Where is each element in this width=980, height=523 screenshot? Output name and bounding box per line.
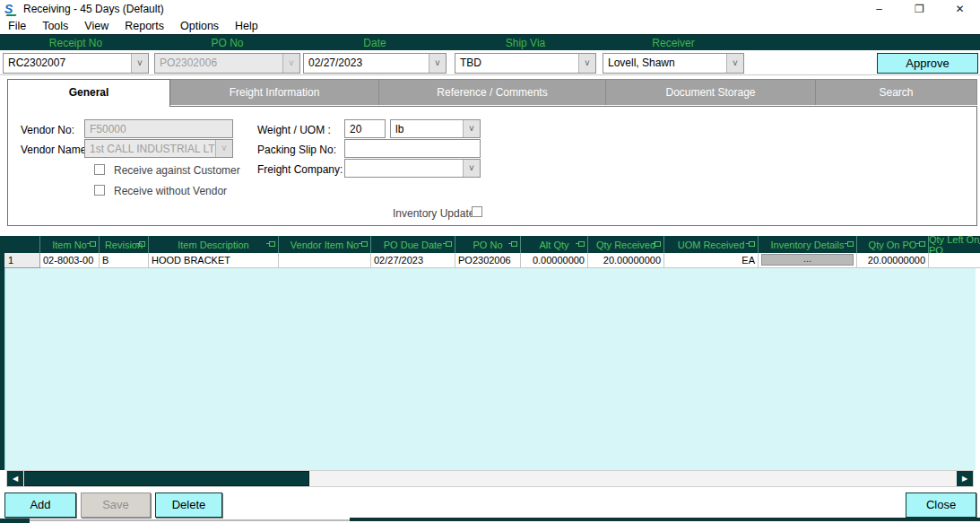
receiver-combo[interactable]: Lovell, Shawn ˅: [603, 53, 744, 74]
pin-icon[interactable]: [919, 241, 925, 247]
pin-icon[interactable]: [655, 241, 661, 247]
menu-view[interactable]: View: [76, 20, 117, 32]
receive-against-customer-label: Receive against Customer: [114, 164, 240, 177]
grid-header-item-no[interactable]: Item No: [40, 236, 100, 253]
pin-icon[interactable]: [847, 241, 854, 247]
chevron-down-icon[interactable]: ˅: [463, 120, 480, 137]
grid-header-qty-on-po[interactable]: Qty On PO: [857, 236, 929, 253]
inventory-updated-label: Inventory Updated: [393, 207, 481, 220]
grid-header-inventory-details[interactable]: Inventory Details: [759, 236, 857, 253]
ship-via-value[interactable]: TBD: [455, 54, 578, 73]
pin-icon[interactable]: [749, 241, 755, 247]
grid-header-item-description[interactable]: Item Description: [149, 236, 279, 253]
menu-tools[interactable]: Tools: [34, 20, 76, 32]
packing-slip-field[interactable]: [344, 139, 481, 158]
pin-icon[interactable]: [511, 241, 517, 247]
ship-via-combo[interactable]: TBD ˅: [455, 53, 596, 74]
po-no-combo: PO2302006 ˅: [154, 53, 300, 74]
cell-qty-received[interactable]: 20.00000000: [588, 253, 664, 268]
cell-alt-qty[interactable]: 0.00000000: [521, 253, 588, 268]
grid-header-qty-left-on-po[interactable]: Qty Left On PO: [929, 236, 980, 253]
close-button[interactable]: Close: [906, 492, 976, 518]
po-no-value: PO2302006: [155, 54, 282, 73]
restore-icon[interactable]: ❐: [899, 0, 940, 18]
close-icon[interactable]: ✕: [940, 0, 980, 18]
scrollbar-thumb[interactable]: [24, 471, 309, 486]
field-label-band: Receipt No PO No Date Ship Via Receiver: [0, 34, 980, 50]
menu-file[interactable]: File: [0, 20, 34, 32]
receive-against-customer-checkbox[interactable]: [94, 164, 105, 175]
minimize-icon[interactable]: –: [859, 0, 899, 18]
packing-slip-label: Packing Slip No:: [257, 144, 336, 156]
receiver-label: Receiver: [603, 37, 744, 49]
date-label: Date: [303, 37, 447, 49]
grid-header-revision[interactable]: Revision: [100, 236, 149, 253]
add-button[interactable]: Add: [4, 492, 76, 518]
cell-uom-received[interactable]: EA: [664, 253, 759, 268]
approve-button[interactable]: Approve: [877, 53, 978, 74]
horizontal-scrollbar[interactable]: ◀ ▶: [6, 470, 974, 487]
chevron-down-icon[interactable]: ˅: [429, 54, 446, 73]
bottom-edge-middle: [30, 519, 350, 521]
cell-revision[interactable]: B: [100, 253, 149, 268]
grid-header-alt-qty[interactable]: Alt Qty: [521, 236, 588, 253]
grid-header-row: Item No Revision Item Description Vendor…: [4, 236, 980, 253]
pin-icon[interactable]: [139, 241, 145, 247]
chevron-down-icon[interactable]: ˅: [578, 54, 595, 73]
freight-company-combo[interactable]: ˅: [344, 159, 481, 178]
pin-icon[interactable]: [269, 241, 275, 247]
app-icon: S: [4, 3, 18, 16]
menu-options[interactable]: Options: [172, 20, 227, 32]
grid-header-po-due-date[interactable]: PO Due Date: [371, 236, 455, 253]
menu-help[interactable]: Help: [227, 20, 266, 32]
pin-icon[interactable]: [446, 241, 452, 247]
tab-document-storage[interactable]: Document Storage: [606, 79, 816, 105]
cell-po-due-date[interactable]: 02/27/2023: [371, 253, 455, 268]
cell-item-no[interactable]: 02-8003-00: [40, 253, 100, 268]
receipt-no-value[interactable]: RC2302007: [4, 54, 131, 73]
freight-company-value[interactable]: [345, 160, 463, 177]
cell-po-no[interactable]: PO2302006: [455, 253, 521, 268]
receiver-value[interactable]: Lovell, Shawn: [603, 54, 726, 73]
vendor-no-field: F50000: [84, 119, 233, 138]
save-button[interactable]: Save: [81, 492, 151, 518]
tab-search[interactable]: Search: [816, 79, 977, 105]
cell-qty-left-on-po[interactable]: [929, 253, 980, 268]
date-combo[interactable]: 02/27/2023 ˅: [303, 53, 447, 74]
grid-header-vendor-item-no[interactable]: Vendor Item No: [279, 236, 371, 253]
inventory-details-button[interactable]: ...: [761, 254, 854, 266]
tab-reference-comments[interactable]: Reference / Comments: [379, 79, 606, 105]
vendor-name-combo: 1st CALL INDUSTRIAL LTD. ˅: [84, 139, 233, 158]
table-row[interactable]: 1 02-8003-00 B HOOD BRACKET 02/27/2023 P…: [4, 253, 980, 268]
chevron-down-icon[interactable]: ˅: [131, 54, 148, 73]
grid-header-qty-received[interactable]: Qty Received: [588, 236, 664, 253]
grid-header-po-no[interactable]: PO No: [455, 236, 521, 253]
ship-via-label: Ship Via: [455, 37, 596, 49]
delete-button[interactable]: Delete: [155, 492, 222, 518]
receive-without-vendor-label: Receive without Vendor: [114, 185, 227, 197]
grid-header-uom-received[interactable]: UOM Received: [664, 236, 759, 253]
cell-item-description[interactable]: HOOD BRACKET: [149, 253, 279, 268]
inventory-updated-checkbox[interactable]: [472, 206, 482, 217]
weight-field[interactable]: 20: [344, 119, 386, 138]
pin-icon[interactable]: [578, 241, 585, 247]
scroll-left-icon[interactable]: ◀: [7, 471, 23, 486]
menu-reports[interactable]: Reports: [117, 20, 172, 32]
window-title: Receiving - 45 Days (Default): [23, 3, 164, 15]
tab-general[interactable]: General: [7, 79, 170, 107]
date-value[interactable]: 02/27/2023: [304, 54, 429, 73]
receipt-no-combo[interactable]: RC2302007 ˅: [3, 53, 149, 74]
receive-without-vendor-checkbox[interactable]: [94, 185, 105, 196]
pin-icon[interactable]: [90, 241, 96, 247]
cell-qty-on-po[interactable]: 20.00000000: [857, 253, 929, 268]
cell-vendor-item-no[interactable]: [279, 253, 371, 268]
scroll-right-icon[interactable]: ▶: [957, 471, 973, 486]
tab-freight-information[interactable]: Freight Information: [170, 79, 379, 105]
chevron-down-icon[interactable]: ˅: [463, 160, 480, 177]
row-number-cell[interactable]: 1: [4, 253, 40, 268]
uom-value[interactable]: lb: [391, 120, 463, 137]
chevron-down-icon[interactable]: ˅: [726, 54, 743, 73]
vendor-name-value: 1st CALL INDUSTRIAL LTD.: [85, 140, 215, 157]
uom-combo[interactable]: lb ˅: [390, 119, 481, 138]
pin-icon[interactable]: [361, 241, 368, 247]
